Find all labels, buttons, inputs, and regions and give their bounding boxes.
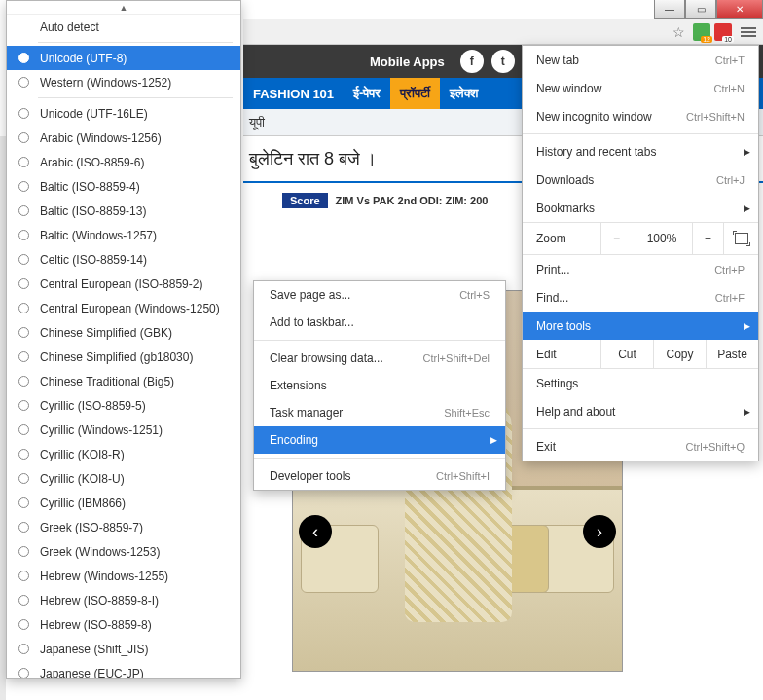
encoding-option-label: Unicode (UTF-16LE) xyxy=(40,107,148,121)
menu-find[interactable]: Find...Ctrl+F xyxy=(523,283,758,312)
encoding-option-label: Greek (ISO-8859-7) xyxy=(40,521,143,534)
menu-developer-tools[interactable]: Developer toolsCtrl+Shift+I xyxy=(254,462,505,490)
radio-icon xyxy=(18,522,29,533)
encoding-option[interactable]: Baltic (ISO-8859-4) xyxy=(7,174,240,199)
menu-settings[interactable]: Settings xyxy=(523,369,758,397)
more-tools-menu: Save page as...Ctrl+S Add to taskbar... … xyxy=(253,280,506,491)
encoding-option[interactable]: Arabic (Windows-1256) xyxy=(7,126,240,150)
paste-button[interactable]: Paste xyxy=(706,340,758,368)
radio-icon xyxy=(18,157,29,167)
window-maximize-button[interactable]: ▭ xyxy=(685,0,716,19)
radio-icon xyxy=(18,668,29,679)
mobile-apps-link[interactable]: Mobile Apps xyxy=(370,55,445,69)
encoding-auto-detect[interactable]: Auto detect xyxy=(7,15,240,39)
fullscreen-icon xyxy=(735,233,748,244)
menu-extensions[interactable]: Extensions xyxy=(254,372,505,399)
chrome-menu-button[interactable] xyxy=(738,23,759,41)
encoding-option-label: Celtic (ISO-8859-14) xyxy=(40,253,147,267)
encoding-option[interactable]: Cyrillic (IBM866) xyxy=(7,491,240,515)
encoding-option[interactable]: Celtic (ISO-8859-14) xyxy=(7,247,240,272)
radio-icon xyxy=(18,376,29,387)
encoding-option[interactable]: Arabic (ISO-8859-6) xyxy=(7,150,240,174)
encoding-option[interactable]: Greek (Windows-1253) xyxy=(7,539,240,564)
menu-bookmarks[interactable]: Bookmarks▶ xyxy=(523,194,758,222)
encoding-option[interactable]: Chinese Simplified (GBK) xyxy=(7,320,240,345)
radio-icon xyxy=(18,205,29,216)
radio-icon xyxy=(18,132,29,143)
carousel-next-button[interactable]: › xyxy=(583,515,616,548)
encoding-option[interactable]: Hebrew (ISO-8859-8) xyxy=(7,612,240,637)
facebook-icon[interactable]: f xyxy=(460,50,484,73)
encoding-option[interactable]: Cyrillic (KOI8-U) xyxy=(7,466,240,491)
radio-icon xyxy=(18,303,29,313)
chevron-right-icon: ▶ xyxy=(744,321,750,331)
encoding-option-label: Chinese Traditional (Big5) xyxy=(40,375,174,388)
menu-history[interactable]: History and recent tabs▶ xyxy=(523,137,758,166)
menu-print[interactable]: Print...Ctrl+P xyxy=(523,255,758,283)
nav-epaper[interactable]: ई-पेपर xyxy=(344,78,390,109)
menu-downloads[interactable]: DownloadsCtrl+J xyxy=(523,166,758,194)
menu-clear-data[interactable]: Clear browsing data...Ctrl+Shift+Del xyxy=(254,345,505,372)
radio-icon xyxy=(18,546,29,557)
encoding-option-label: Western (Windows-1252) xyxy=(40,76,171,90)
radio-icon xyxy=(18,497,29,508)
fullscreen-button[interactable] xyxy=(723,223,758,254)
chevron-right-icon: ▶ xyxy=(744,147,750,157)
encoding-option[interactable]: Cyrillic (ISO-8859-5) xyxy=(7,393,240,418)
extension-icon-1[interactable]: 12 xyxy=(693,23,710,41)
zoom-out-button[interactable]: − xyxy=(600,223,632,254)
encoding-option[interactable]: Unicode (UTF-16LE) xyxy=(7,101,240,126)
menu-save-page[interactable]: Save page as...Ctrl+S xyxy=(254,281,505,309)
encoding-option[interactable]: Hebrew (Windows-1255) xyxy=(7,564,240,588)
bookmark-star-icon[interactable]: ☆ xyxy=(672,24,685,40)
twitter-icon[interactable]: t xyxy=(491,50,515,73)
encoding-option-label: Cyrillic (IBM866) xyxy=(40,497,126,510)
nav-property[interactable]: प्रॉपर्टी xyxy=(390,78,440,109)
menu-incognito[interactable]: New incognito windowCtrl+Shift+N xyxy=(523,102,758,130)
menu-add-taskbar[interactable]: Add to taskbar... xyxy=(254,309,505,336)
headline-text: बुलेटिन रात 8 बजे । xyxy=(249,149,377,169)
encoding-option[interactable]: Central European (ISO-8859-2) xyxy=(7,272,240,296)
encoding-option[interactable]: Japanese (EUC-JP) xyxy=(7,661,240,679)
scroll-up-button[interactable]: ▲ xyxy=(7,1,240,15)
extension-icon-2[interactable]: 10 xyxy=(714,23,732,41)
menu-new-tab[interactable]: New tabCtrl+T xyxy=(523,46,758,74)
menu-encoding[interactable]: Encoding▶ xyxy=(254,426,505,454)
radio-icon xyxy=(18,230,29,240)
subnav-up[interactable]: यूपी xyxy=(249,115,265,130)
encoding-option[interactable]: Western (Windows-1252) xyxy=(7,70,240,94)
score-text: ZIM Vs PAK 2nd ODI: ZIM: 200 xyxy=(336,195,489,206)
menu-more-tools[interactable]: More tools▶ xyxy=(523,312,758,340)
menu-task-manager[interactable]: Task managerShift+Esc xyxy=(254,399,505,426)
copy-button[interactable]: Copy xyxy=(653,340,706,368)
encoding-option[interactable]: Baltic (ISO-8859-13) xyxy=(7,199,240,223)
window-close-button[interactable]: ✕ xyxy=(716,0,763,19)
nav-fashion[interactable]: FASHION 101 xyxy=(243,78,344,109)
radio-icon xyxy=(18,424,29,435)
radio-icon xyxy=(18,400,29,411)
encoding-option[interactable]: Hebrew (ISO-8859-8-I) xyxy=(7,588,240,612)
carousel-prev-button[interactable]: ‹ xyxy=(299,515,332,548)
radio-icon xyxy=(18,571,29,581)
encoding-option[interactable]: Central European (Windows-1250) xyxy=(7,296,240,320)
encoding-option[interactable]: Unicode (UTF-8) xyxy=(7,46,240,70)
radio-icon xyxy=(18,53,29,63)
cut-button[interactable]: Cut xyxy=(600,340,653,368)
nav-election[interactable]: इलेक्श xyxy=(440,78,488,109)
encoding-option-label: Chinese Simplified (gb18030) xyxy=(40,350,193,364)
encoding-option-label: Cyrillic (KOI8-U) xyxy=(40,472,125,486)
menu-new-window[interactable]: New windowCtrl+N xyxy=(523,74,758,102)
radio-icon xyxy=(18,278,29,289)
encoding-option[interactable]: Chinese Simplified (gb18030) xyxy=(7,345,240,369)
zoom-in-button[interactable]: + xyxy=(692,223,723,254)
encoding-option-label: Greek (Windows-1253) xyxy=(40,545,160,559)
encoding-option[interactable]: Cyrillic (Windows-1251) xyxy=(7,418,240,442)
window-minimize-button[interactable]: — xyxy=(654,0,685,19)
encoding-option[interactable]: Greek (ISO-8859-7) xyxy=(7,515,240,539)
encoding-option[interactable]: Cyrillic (KOI8-R) xyxy=(7,442,240,466)
menu-exit[interactable]: ExitCtrl+Shift+Q xyxy=(523,432,758,461)
encoding-option[interactable]: Baltic (Windows-1257) xyxy=(7,223,240,247)
encoding-option[interactable]: Chinese Traditional (Big5) xyxy=(7,369,240,393)
menu-help[interactable]: Help and about▶ xyxy=(523,397,758,425)
encoding-option[interactable]: Japanese (Shift_JIS) xyxy=(7,637,240,661)
